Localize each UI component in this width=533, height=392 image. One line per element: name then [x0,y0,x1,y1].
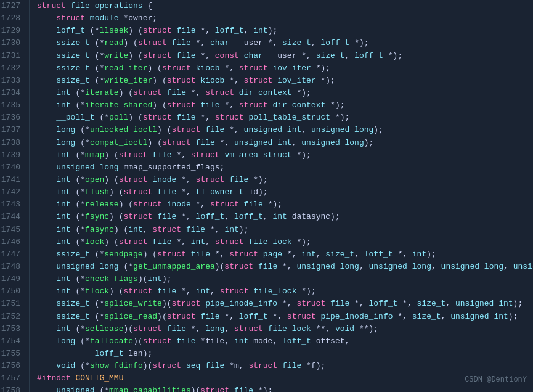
line-number: 1730 [0,37,24,49]
code-line: int (*open) (struct inode *, struct file… [37,174,533,186]
code-line: ssize_t (*write) (struct file *, const c… [37,50,533,62]
line-number: 1743 [0,198,24,211]
line-number: 1749 [0,273,24,285]
code-line: long (*compat_ioctl) (struct file *, uns… [37,137,533,149]
code-line: unsigned long (*get_unmapped_area)(struc… [37,261,533,273]
line-number: 1741 [0,174,24,186]
line-number: 1748 [0,261,24,273]
line-number: 1757 [0,372,24,385]
code-line: ssize_t (*write_iter) (struct kiocb *, s… [37,75,533,87]
line-number: 1740 [0,161,24,174]
line-number: 1754 [0,335,24,348]
line-number: 1744 [0,211,24,223]
code-line: loff_t len); [37,348,533,360]
line-number: 1742 [0,186,24,198]
code-line: int (*release) (struct inode *, struct f… [37,198,533,211]
code-line: ssize_t (*splice_write)(struct pipe_inod… [37,298,533,310]
code-line: int (*fasync) (int, struct file *, int); [37,224,533,236]
code-line: void (*show_fdinfo)(struct seq_file *m, … [37,360,533,372]
line-number: 1739 [0,149,24,161]
code-line: ssize_t (*splice_read)(struct file *, lo… [37,311,533,323]
code-line: int (*flush) (struct file *, fl_owner_t … [37,186,533,198]
line-number: 1729 [0,25,24,37]
line-number: 1734 [0,87,24,99]
line-number: 1728 [0,12,24,25]
line-number: 1747 [0,248,24,261]
code-container: 1727172817291730173117321733173417351736… [0,0,533,392]
code-line: __poll_t (*poll) (struct file *, struct … [37,112,533,124]
line-numbers: 1727172817291730173117321733173417351736… [0,0,30,392]
code-line: unsigned (*mmap_capabilities)(struct fil… [37,385,533,392]
code-line: struct file_operations { [37,0,533,12]
code-line: long (*unlocked_ioctl) (struct file *, u… [37,124,533,136]
code-line: loff_t (*llseek) (struct file *, loff_t,… [37,25,533,37]
code-line: int (*mmap) (struct file *, struct vm_ar… [37,149,533,161]
line-number: 1753 [0,323,24,335]
code-line: ssize_t (*sendpage) (struct file *, stru… [37,248,533,261]
line-number: 1727 [0,0,24,12]
line-number: 1745 [0,224,24,236]
code-line: int (*iterate) (struct file *, struct di… [37,87,533,99]
code-line: ssize_t (*read) (struct file *, char __u… [37,37,533,49]
code-line: int (*fsync) (struct file *, loff_t, lof… [37,211,533,223]
line-number: 1746 [0,236,24,248]
code-line: struct module *owner; [37,12,533,25]
code-line: int (*setlease)(struct file *, long, str… [37,323,533,335]
code-line: int (*iterate_shared) (struct file *, st… [37,99,533,112]
line-number: 1735 [0,99,24,112]
line-number: 1756 [0,360,24,372]
code-line: int (*lock) (struct file *, int, struct … [37,236,533,248]
line-number: 1751 [0,298,24,310]
line-number: 1731 [0,50,24,62]
line-number: 1732 [0,62,24,75]
line-number: 1733 [0,75,24,87]
code-line: unsigned long mmap_supported_flags; [37,161,533,174]
code-content[interactable]: struct file_operations { struct module *… [30,0,533,392]
code-line: ssize_t (*read_iter) (struct kiocb *, st… [37,62,533,75]
code-line: int (*flock) (struct file *, int, struct… [37,285,533,298]
line-number: 1755 [0,348,24,360]
line-number: 1758 [0,385,24,392]
line-number: 1736 [0,112,24,124]
line-number: 1750 [0,285,24,298]
code-line: long (*fallocate)(struct file *file, int… [37,335,533,348]
line-number: 1738 [0,137,24,149]
line-number: 1737 [0,124,24,136]
code-line: int (*check_flags)(int); [37,273,533,285]
code-line: #ifndef CONFIG_MMU [37,372,533,385]
line-number: 1752 [0,311,24,323]
watermark: CSDN @DentionY [465,374,527,386]
